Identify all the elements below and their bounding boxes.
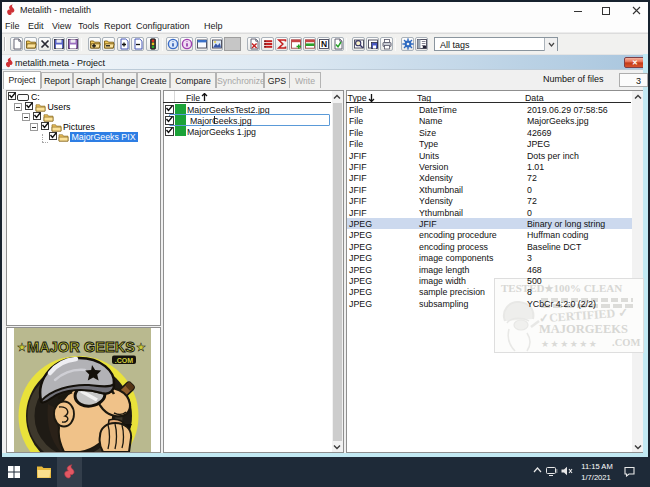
svg-text:★: ★ [136,341,146,353]
svg-text:MAJOR GEEKS: MAJOR GEEKS [27,338,135,355]
svg-text:N: N [321,39,327,49]
svg-text:.COM: .COM [115,357,133,364]
svg-text:★: ★ [17,341,27,353]
